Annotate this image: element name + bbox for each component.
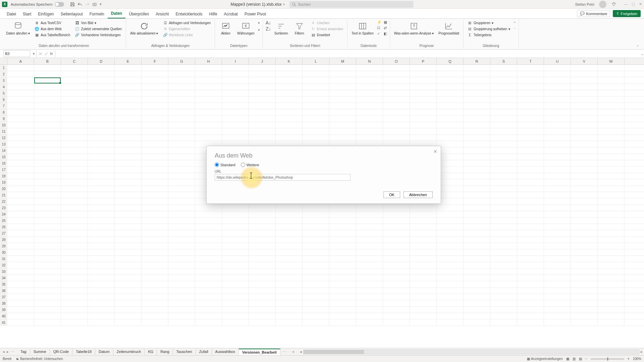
dialog-title: Aus dem Web [215,152,433,159]
text-cursor-icon [251,173,251,179]
radio-standard[interactable]: Standard [215,163,235,167]
from-web-dialog: ✕ Aus dem Web Standard Weitere URL OK Ab… [206,146,441,204]
dialog-close-icon[interactable]: ✕ [433,149,437,154]
radio-weitere[interactable]: Weitere [241,163,259,167]
url-input[interactable] [215,174,351,181]
ok-button[interactable]: OK [383,191,400,198]
cancel-button[interactable]: Abbrechen [404,191,433,198]
url-label: URL [215,170,433,173]
